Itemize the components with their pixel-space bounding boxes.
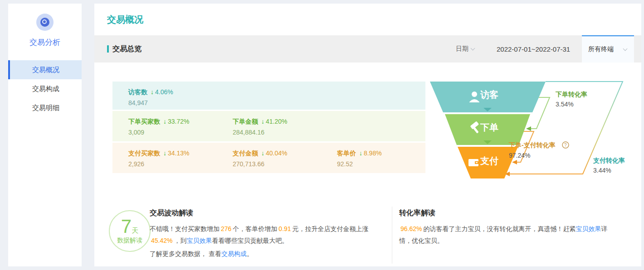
conversion-insight: 转化率解读 96.62%的访客看了主力宝贝，没有转化就离开，真遗憾！赶紧宝贝效果… — [399, 208, 612, 246]
section-title-marker — [107, 45, 109, 53]
highlight-number: 276 — [221, 225, 231, 232]
insight-text: 不错哦！支付买家数增加276个，客单价增加0.91元，拉升全店支付金额上涨45.… — [150, 223, 387, 246]
insight-text: 96.62%的访客看了主力宝贝，没有转化就离开，真遗憾！赶紧宝贝效果详情，优化宝… — [399, 223, 612, 246]
insight-text: 了解更多交易数据， 查看交易构成。 — [150, 248, 387, 260]
toolbar: 交易总览 日期 2022-07-01~2022-07-31 所有终端 — [94, 35, 641, 63]
help-glyph[interactable]: ? — [564, 143, 567, 148]
inline-link[interactable]: 宝贝效果 — [186, 237, 212, 244]
date-filter-dropdown[interactable]: 日期 — [456, 35, 474, 63]
down-arrow-icon: ↓ — [261, 118, 264, 125]
metric-cell: 下单买家数↓33.72% 3,009 — [112, 111, 217, 141]
rate-value: 97.24% — [509, 152, 530, 159]
metric-row-visitors: 访客数↓4.06% 84,947 — [112, 82, 425, 110]
down-arrow-icon: ↓ — [163, 149, 166, 157]
chevron-down-icon — [623, 46, 628, 51]
metric-cell: 支付金额↓40.04% 270,713.66 — [217, 143, 321, 173]
down-arrow-icon: ↓ — [163, 118, 166, 125]
down-arrow-icon: ↓ — [151, 88, 154, 96]
inline-link[interactable]: 交易构成 — [221, 250, 247, 257]
page-title: 交易概况 — [107, 14, 143, 26]
rate-value: 3.54% — [556, 101, 574, 108]
inline-link[interactable]: 宝贝效果 — [576, 225, 601, 232]
sidebar-menu: 交易概况 交易构成 交易明细 — [8, 60, 82, 117]
app-logo — [8, 14, 82, 31]
down-arrow-icon: ↓ — [261, 149, 264, 157]
metric-cell: 客单价↓8.98% 92.52 — [321, 143, 425, 173]
logo-icon — [36, 14, 54, 31]
chevron-down-icon — [471, 46, 475, 50]
metric-cell: 支付买家数↓34.13% 2,926 — [112, 143, 217, 173]
metric-value: 3,009 — [128, 129, 217, 136]
sidebar-item-trade-overview[interactable]: 交易概况 — [8, 60, 82, 79]
arrow-left-icon — [526, 126, 531, 131]
trade-fluctuation-insight: 交易波动解读 不错哦！支付买家数增加276个，客单价增加0.91元，拉升全店支付… — [150, 208, 387, 260]
funnel-stage-label: 支付 — [480, 156, 498, 166]
vertical-divider — [392, 207, 392, 264]
wallet-icon — [468, 159, 478, 166]
rate-label: 下单-支付转化率 — [508, 141, 556, 149]
sidebar-title: 交易分析 — [8, 37, 82, 48]
metric-value: 92.52 — [337, 160, 425, 168]
rate-label: 下单转化率 — [555, 91, 587, 98]
section-title: 交易总览 — [107, 35, 141, 63]
sidebar-item-trade-detail[interactable]: 交易明细 — [8, 98, 82, 117]
terminal-select[interactable]: 所有终端 — [582, 35, 634, 63]
date-range-value[interactable]: 2022-07-01~2022-07-31 — [497, 35, 570, 63]
highlight-number: 0.91 — [278, 225, 291, 232]
funnel-stage-label: 下单 — [480, 122, 498, 132]
metric-row-payments: 支付买家数↓34.13% 2,926 支付金额↓40.04% 270,713.6… — [112, 143, 425, 173]
highlight-number: 45.42% — [151, 237, 172, 244]
conversion-funnel-chart: 访客 下单 支付 下单转化率 3.54% 下单-支付转化率 ? 97.24% 支… — [429, 78, 644, 182]
insight-badge-7days: 7天 数据解读 — [109, 210, 151, 252]
rate-value: 3.44% — [593, 167, 611, 174]
funnel-stage-label: 访客 — [480, 90, 498, 100]
insight-title: 转化率解读 — [399, 208, 612, 218]
metric-value: 270,713.66 — [233, 160, 321, 168]
insight-title: 交易波动解读 — [150, 208, 387, 218]
metric-value: 84,947 — [128, 99, 217, 106]
metric-value: 284,884.16 — [233, 129, 321, 136]
metric-value: 2,926 — [128, 160, 217, 168]
sidebar: 交易分析 交易概况 交易构成 交易明细 — [8, 4, 82, 266]
main-panel: 交易概况 交易总览 日期 2022-07-01~2022-07-31 所有终端 … — [94, 4, 641, 266]
sidebar-item-trade-composition[interactable]: 交易构成 — [8, 79, 82, 98]
rate-label: 支付转化率 — [593, 157, 625, 164]
metric-cell: 访客数↓4.06% 84,947 — [112, 82, 217, 110]
down-arrow-icon: ↓ — [359, 149, 362, 157]
highlight-number: 96.62% — [400, 225, 422, 232]
arrow-left-icon — [512, 160, 517, 164]
metric-row-orders: 下单买家数↓33.72% 3,009 下单金额↓41.20% 284,884.1… — [112, 111, 425, 141]
metric-cell: 下单金额↓41.20% 284,884.16 — [217, 111, 321, 141]
